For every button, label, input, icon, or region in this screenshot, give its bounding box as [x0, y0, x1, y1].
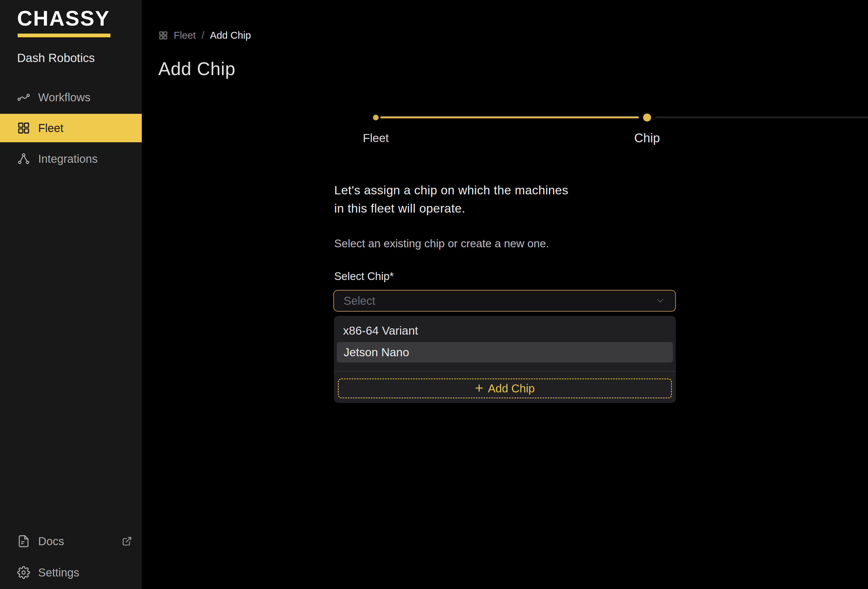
logo-underline — [18, 34, 111, 37]
breadcrumb-separator: / — [202, 29, 204, 41]
chip-dropdown: x86-64 Variant Jetson Nano + Add Chip — [334, 316, 676, 403]
breadcrumb: Fleet / Add Chip — [159, 29, 251, 41]
sidebar-item-fleet[interactable]: Fleet — [0, 114, 142, 142]
sidebar: CHASSY Dash Robotics Workflows Fleet In — [0, 0, 142, 589]
sidebar-item-workflows[interactable]: Workflows — [0, 83, 142, 112]
org-name: Dash Robotics — [17, 51, 95, 65]
dropdown-option-x86-64-variant[interactable]: x86-64 Variant — [334, 319, 676, 342]
gear-icon — [17, 566, 30, 579]
workflow-icon — [17, 91, 30, 104]
page-title: Add Chip — [158, 58, 235, 80]
step-dot-fleet — [373, 115, 379, 120]
integrations-icon — [17, 152, 30, 165]
breadcrumb-fleet-link[interactable]: Fleet — [174, 29, 196, 41]
sidebar-item-label: Docs — [38, 535, 64, 548]
chassy-logo: CHASSY — [17, 6, 110, 31]
select-placeholder: Select — [344, 294, 375, 307]
grid-icon — [17, 122, 30, 135]
add-chip-label: Add Chip — [488, 382, 535, 395]
sidebar-item-label: Workflows — [38, 91, 90, 104]
breadcrumb-current: Add Chip — [210, 29, 251, 41]
sidebar-item-docs[interactable]: Docs — [0, 527, 142, 555]
main-content: Fleet / Add Chip Add Chip Fleet Chip Mac… — [142, 0, 868, 589]
chip-select[interactable]: Select — [334, 290, 676, 312]
sidebar-item-settings[interactable]: Settings — [0, 558, 142, 587]
chevron-down-icon — [655, 295, 666, 306]
file-icon — [17, 535, 30, 548]
step-connector-pending — [655, 116, 868, 118]
dropdown-option-jetson-nano[interactable]: Jetson Nano — [337, 342, 673, 362]
step-label-fleet: Fleet — [363, 131, 388, 145]
plus-icon: + — [475, 381, 483, 395]
helper-text: Select an existing chip or create a new … — [334, 237, 549, 250]
sidebar-item-label: Fleet — [38, 122, 63, 135]
step-dot-chip — [643, 113, 651, 122]
external-link-icon — [122, 536, 132, 546]
step-label-chip: Chip — [634, 131, 660, 145]
sidebar-item-label: Integrations — [38, 153, 97, 165]
add-chip-button[interactable]: + Add Chip — [338, 378, 672, 398]
intro-line-2: in this fleet will operate. — [334, 199, 568, 217]
grid-icon — [159, 31, 168, 40]
intro-text: Let's assign a chip on which the machine… — [334, 181, 568, 217]
sidebar-item-integrations[interactable]: Integrations — [0, 144, 142, 173]
step-connector-complete — [380, 116, 639, 118]
select-chip-label: Select Chip* — [334, 270, 394, 283]
dropdown-divider — [334, 371, 676, 372]
sidebar-item-label: Settings — [38, 566, 80, 579]
intro-line-1: Let's assign a chip on which the machine… — [334, 181, 568, 199]
